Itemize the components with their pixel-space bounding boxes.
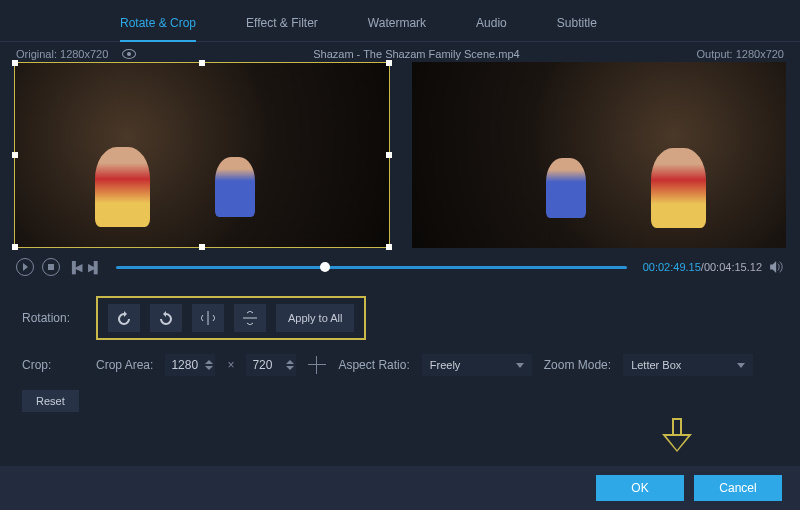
slider-thumb[interactable]	[320, 262, 330, 272]
crop-height-input[interactable]: 720	[246, 354, 296, 376]
tab-subtitle[interactable]: Subtitle	[557, 10, 597, 41]
crop-handle[interactable]	[386, 244, 392, 250]
ok-button[interactable]: OK	[596, 475, 684, 501]
video-content	[215, 157, 255, 217]
move-icon[interactable]	[308, 356, 326, 374]
rotate-right-button[interactable]	[150, 304, 182, 332]
info-bar: Original: 1280x720 Shazam - The Shazam F…	[0, 42, 800, 62]
rotation-label: Rotation:	[22, 311, 84, 325]
crop-handle[interactable]	[12, 244, 18, 250]
crop-width-input[interactable]: 1280	[165, 354, 215, 376]
flip-vertical-button[interactable]	[234, 304, 266, 332]
current-time: 00:02:49.15	[643, 261, 701, 273]
crop-area-label: Crop Area:	[96, 358, 153, 372]
crop-label: Crop:	[22, 358, 84, 372]
reset-button[interactable]: Reset	[22, 390, 79, 412]
play-icon	[23, 263, 28, 271]
zoom-mode-label: Zoom Mode:	[544, 358, 611, 372]
width-up[interactable]	[205, 360, 213, 364]
original-size-label: Original: 1280x720	[16, 48, 108, 60]
playback-bar: ▐◀ ▶▌ 00:02:49.15/00:04:15.12	[0, 248, 800, 286]
crop-handle[interactable]	[12, 60, 18, 66]
chevron-down-icon	[516, 363, 524, 368]
height-down[interactable]	[286, 366, 294, 370]
annotation-arrow	[664, 418, 690, 458]
aspect-ratio-dropdown[interactable]: Freely	[422, 354, 532, 376]
rotation-group: Apply to All	[96, 296, 366, 340]
footer-bar: OK Cancel	[0, 466, 800, 510]
crop-handle[interactable]	[386, 60, 392, 66]
width-down[interactable]	[205, 366, 213, 370]
rotate-left-button[interactable]	[108, 304, 140, 332]
video-content	[95, 147, 150, 227]
play-button[interactable]	[16, 258, 34, 276]
height-up[interactable]	[286, 360, 294, 364]
video-content	[651, 148, 706, 228]
time-display: 00:02:49.15/00:04:15.12	[643, 261, 762, 273]
apply-to-all-button[interactable]: Apply to All	[276, 304, 354, 332]
multiply-icon: ×	[227, 358, 234, 372]
crop-handle[interactable]	[199, 60, 205, 66]
zoom-mode-dropdown[interactable]: Letter Box	[623, 354, 753, 376]
stop-button[interactable]	[42, 258, 60, 276]
original-preview[interactable]	[14, 62, 390, 248]
controls-panel: Rotation: Apply to All Crop: Crop Area: …	[0, 286, 800, 412]
file-title: Shazam - The Shazam Family Scene.mp4	[136, 48, 696, 60]
crop-handle[interactable]	[12, 152, 18, 158]
video-content	[546, 158, 586, 218]
progress-slider[interactable]	[116, 266, 627, 269]
output-size-label: Output: 1280x720	[697, 48, 784, 60]
tab-rotate-crop[interactable]: Rotate & Crop	[120, 10, 196, 42]
chevron-down-icon	[737, 363, 745, 368]
tab-effect-filter[interactable]: Effect & Filter	[246, 10, 318, 41]
tab-bar: Rotate & Crop Effect & Filter Watermark …	[0, 0, 800, 42]
crop-handle[interactable]	[199, 244, 205, 250]
eye-icon[interactable]	[122, 49, 136, 59]
flip-horizontal-button[interactable]	[192, 304, 224, 332]
stop-icon	[48, 264, 54, 270]
aspect-ratio-label: Aspect Ratio:	[338, 358, 409, 372]
preview-area	[0, 62, 800, 248]
prev-frame-button[interactable]: ▐◀	[68, 261, 80, 274]
next-frame-button[interactable]: ▶▌	[88, 261, 100, 274]
total-time: /00:04:15.12	[701, 261, 762, 273]
crop-handle[interactable]	[386, 152, 392, 158]
volume-icon[interactable]	[770, 261, 784, 273]
cancel-button[interactable]: Cancel	[694, 475, 782, 501]
tab-audio[interactable]: Audio	[476, 10, 507, 41]
output-preview	[412, 62, 786, 248]
tab-watermark[interactable]: Watermark	[368, 10, 426, 41]
